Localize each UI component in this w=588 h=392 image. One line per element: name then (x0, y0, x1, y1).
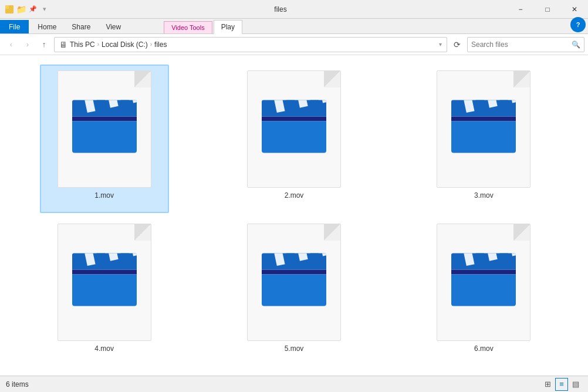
clapper-stripes (263, 254, 326, 269)
tab-share[interactable]: Share (64, 20, 98, 33)
nav-buttons: ‹ › ↑ (4, 37, 52, 52)
file-icon-6.mov (437, 224, 530, 341)
stripe-5 (309, 254, 319, 259)
back-button[interactable]: ‹ (4, 37, 19, 52)
refresh-button[interactable]: ⟳ (450, 37, 465, 52)
clapper-top (262, 100, 326, 117)
svg-rect-1 (5, 5, 9, 9)
file-item-1.mov[interactable]: 1.mov (40, 65, 169, 213)
file-grid: 1.mov (0, 55, 588, 376)
clapper-hinge (451, 270, 516, 275)
forward-button[interactable]: › (20, 37, 35, 52)
path-dropdown-arrow[interactable]: ▾ (439, 41, 442, 48)
view-details[interactable]: ≡ (555, 378, 568, 391)
clapper-top (72, 100, 137, 117)
stripe-4 (487, 100, 498, 108)
stripe-3 (475, 254, 486, 263)
search-icon: 🔍 (572, 40, 580, 49)
tab-play[interactable]: Play (214, 20, 242, 34)
clapper-stripes (73, 254, 136, 269)
stripe-1 (263, 101, 273, 115)
file-icon-bg (247, 70, 341, 188)
search-box[interactable]: 🔍 (467, 37, 584, 52)
file-icon-bg (58, 70, 151, 188)
stripe-3 (286, 254, 296, 263)
pin-icon[interactable]: 📌 (28, 5, 38, 14)
file-icon-bg (437, 224, 530, 341)
title-bar: 📁 📌 ▾ files − □ ✕ (0, 0, 588, 19)
stripe-2 (85, 100, 95, 113)
view-list[interactable]: ▤ (569, 378, 582, 391)
clapper-hinge (72, 117, 137, 121)
clapper-top (262, 254, 326, 270)
tab-file[interactable]: File (0, 20, 29, 33)
maximize-button[interactable]: □ (534, 0, 561, 19)
status-bar: 6 items ⊞ ≡ ▤ (0, 376, 588, 392)
stripe-4 (107, 254, 118, 261)
help-button[interactable]: ? (570, 17, 586, 32)
file-item-2.mov[interactable]: 2.mov (229, 65, 359, 213)
file-name: 1.mov (94, 191, 114, 200)
quick-access-icon[interactable]: 📁 (16, 5, 26, 14)
clapper-hinge (451, 117, 516, 121)
path-chevron-2: › (150, 41, 152, 48)
clapper-icon (451, 100, 516, 153)
item-count: 6 items (6, 380, 29, 388)
path-files[interactable]: files (154, 40, 167, 49)
file-icon-5.mov (247, 224, 341, 341)
stripe-3 (96, 254, 106, 263)
clapper-icon (262, 100, 326, 153)
file-icon-corner (513, 71, 530, 87)
file-name: 3.mov (474, 191, 494, 200)
stripe-6 (510, 254, 516, 256)
main-area: 1.mov (0, 55, 588, 376)
clapper-body (262, 121, 326, 153)
stripe-4 (487, 254, 498, 261)
file-icon-bg (58, 224, 151, 341)
minimize-button[interactable]: − (507, 0, 534, 19)
clapper-top (451, 100, 516, 117)
clapper-top (72, 254, 137, 270)
file-item-5.mov[interactable]: 5.mov (229, 218, 359, 366)
clapper-body (72, 275, 137, 306)
stripe-1 (452, 101, 463, 115)
stripe-5 (119, 100, 130, 106)
clapper-stripes (73, 100, 136, 116)
undo-icon[interactable]: ▾ (40, 5, 49, 14)
stripe-5 (309, 100, 319, 106)
tab-home[interactable]: Home (30, 20, 64, 33)
clapper-icon (262, 254, 326, 306)
stripe-2 (85, 254, 95, 266)
file-icon-bg (437, 70, 530, 188)
title-bar-icons: 📁 📌 ▾ (0, 5, 54, 14)
address-path[interactable]: 🖥 This PC › Local Disk (C:) › files ▾ (54, 37, 447, 52)
stripe-4 (107, 100, 118, 108)
address-bar: ‹ › ↑ 🖥 This PC › Local Disk (C:) › file… (0, 34, 588, 55)
path-localdisk[interactable]: Local Disk (C:) (102, 40, 148, 49)
clapper-stripes (452, 254, 516, 269)
stripe-6 (130, 254, 136, 256)
stripe-2 (274, 100, 285, 113)
search-input[interactable] (471, 40, 569, 49)
clapper-hinge (262, 117, 326, 121)
close-button[interactable]: ✕ (561, 0, 588, 19)
file-item-4.mov[interactable]: 4.mov (40, 218, 169, 366)
clapper-icon (72, 254, 137, 306)
app-icon (5, 5, 14, 14)
up-button[interactable]: ↑ (36, 37, 52, 52)
file-item-3.mov[interactable]: 3.mov (419, 65, 548, 213)
path-thispc[interactable]: This PC (70, 40, 95, 49)
ribbon-tabs: File Home Share View Video Tools Play ? (0, 19, 588, 34)
tab-view[interactable]: View (98, 20, 129, 33)
file-name: 4.mov (94, 344, 114, 353)
stripe-1 (452, 254, 463, 268)
file-icon-2.mov (247, 70, 341, 188)
file-icon-corner (324, 71, 340, 87)
stripe-3 (286, 100, 296, 110)
clapper-icon (451, 254, 516, 306)
stripe-6 (510, 100, 516, 103)
file-item-6.mov[interactable]: 6.mov (419, 218, 548, 366)
view-large-icons[interactable]: ⊞ (541, 378, 554, 391)
file-icon-corner (134, 224, 151, 241)
stripe-6 (130, 100, 136, 103)
